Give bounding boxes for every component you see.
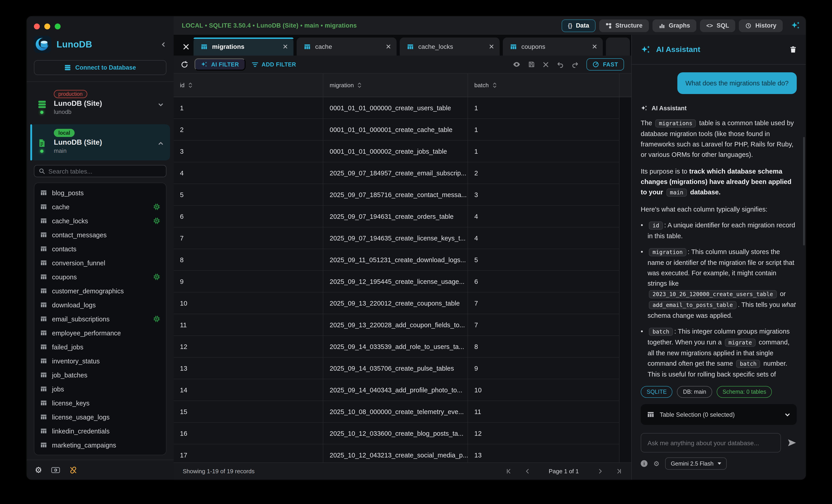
table-row[interactable]: 112025_09_13_220028_add_coupon_fields_to…	[174, 314, 631, 336]
cell-id[interactable]: 2	[174, 119, 323, 140]
cell-batch[interactable]: 11	[468, 401, 620, 423]
sidebar-table-item[interactable]: failed_jobs	[34, 340, 166, 354]
cell-batch[interactable]: 12	[468, 423, 620, 444]
cell-migration[interactable]: 2025_09_07_185716_create_contact_messa..…	[323, 184, 468, 206]
sidebar-table-item[interactable]: download_logs	[34, 298, 166, 312]
minimize-window-button[interactable]	[44, 24, 50, 29]
table-row[interactable]: 20001_01_01_000001_create_cache_table1	[174, 119, 631, 140]
cell-migration[interactable]: 2025_09_13_220028_add_coupon_fields_to..…	[323, 314, 468, 336]
cell-migration[interactable]: 2025_09_14_035706_create_pulse_tables	[323, 357, 468, 379]
cell-id[interactable]: 12	[174, 336, 323, 357]
cell-migration[interactable]: 0001_01_01_000001_create_cache_table	[323, 119, 468, 140]
cell-batch[interactable]: 6	[468, 271, 620, 292]
cell-migration[interactable]: 0001_01_01_000002_create_jobs_table	[323, 140, 468, 162]
sidebar-table-item[interactable]: job_batches	[34, 368, 166, 382]
sidebar-table-item[interactable]: cache	[34, 200, 166, 214]
partial-tab[interactable]	[606, 37, 630, 56]
tab-coupons[interactable]: coupons	[503, 37, 603, 56]
cell-migration[interactable]: 2025_09_07_194631_create_orders_table	[323, 206, 468, 228]
table-row[interactable]: 10001_01_01_000000_create_users_table1	[174, 97, 631, 119]
cell-batch[interactable]: 10	[468, 379, 620, 401]
appearance-icon[interactable]	[51, 467, 60, 473]
settings-gear-icon[interactable]: ⚙	[35, 466, 42, 474]
first-page-icon[interactable]	[505, 468, 512, 475]
close-all-tabs-icon[interactable]	[178, 37, 193, 56]
save-icon[interactable]	[528, 61, 535, 68]
cell-batch[interactable]: 7	[468, 292, 620, 314]
sort-icon[interactable]	[492, 82, 497, 88]
tab-sql[interactable]: <> SQL	[700, 19, 735, 32]
discard-x-icon[interactable]	[543, 61, 549, 68]
next-page-icon[interactable]	[597, 468, 604, 475]
cell-batch[interactable]: 5	[468, 249, 620, 271]
redo-icon[interactable]	[572, 61, 579, 68]
cell-migration[interactable]: 2025_09_13_220012_create_coupons_table	[323, 292, 468, 314]
cell-migration[interactable]: 2025_09_14_033539_add_role_to_users_ta..…	[323, 336, 468, 357]
sidebar-table-item[interactable]: coupons	[34, 270, 166, 284]
tab-structure[interactable]: Structure	[599, 19, 649, 32]
settings-gear-icon[interactable]: ⚙	[653, 460, 659, 467]
tab-migrations[interactable]: migrations	[193, 37, 293, 56]
cell-id[interactable]: 15	[174, 401, 323, 423]
close-window-button[interactable]	[34, 24, 40, 29]
chevron-up-icon[interactable]	[158, 140, 164, 147]
table-row[interactable]: 62025_09_07_194631_create_orders_table4	[174, 206, 631, 228]
tab-data[interactable]: {} Data	[562, 19, 596, 32]
sidebar-table-item[interactable]: contact_messages	[34, 228, 166, 242]
context-badge[interactable]: Schema: 0 tables	[717, 386, 772, 398]
sidebar-table-item[interactable]: conversion_funnel	[34, 256, 166, 270]
context-badge[interactable]: DB: main	[677, 386, 712, 398]
clear-chat-trash-icon[interactable]	[789, 46, 797, 53]
cell-batch[interactable]: 7	[468, 314, 620, 336]
cell-id[interactable]: 4	[174, 162, 323, 184]
info-icon[interactable]: i	[641, 460, 648, 467]
cell-migration[interactable]: 0001_01_01_000000_create_users_table	[323, 97, 468, 119]
cell-migration[interactable]: 2025_09_07_194635_create_license_keys_t.…	[323, 228, 468, 249]
chevron-down-icon[interactable]	[158, 102, 164, 108]
tab-cache[interactable]: cache	[296, 37, 396, 56]
add-filter-button[interactable]: ADD FILTER	[252, 61, 296, 68]
table-selection-dropdown[interactable]: Table Selection (0 selected)	[641, 404, 797, 425]
cell-id[interactable]: 3	[174, 140, 323, 162]
cell-id[interactable]: 5	[174, 184, 323, 206]
cell-batch[interactable]: 8	[468, 336, 620, 357]
cell-id[interactable]: 16	[174, 423, 323, 444]
cell-batch[interactable]: 4	[468, 206, 620, 228]
cell-id[interactable]: 10	[174, 292, 323, 314]
send-icon[interactable]	[787, 439, 797, 447]
table-row[interactable]: 72025_09_07_194635_create_license_keys_t…	[174, 228, 631, 249]
cell-migration[interactable]: 2025_10_12_043213_create_social_media_p.…	[323, 444, 468, 462]
cell-id[interactable]: 17	[174, 444, 323, 462]
ai-sparkles-icon[interactable]	[791, 21, 800, 30]
close-tab-icon[interactable]	[592, 44, 597, 49]
refresh-icon[interactable]	[181, 61, 188, 68]
table-row[interactable]: 122025_09_14_033539_add_role_to_users_ta…	[174, 336, 631, 357]
sidebar-table-item[interactable]: linkedin_credentials	[34, 424, 166, 438]
sidebar-table-item[interactable]: blog_posts	[34, 186, 166, 200]
cell-batch[interactable]: 1	[468, 119, 620, 140]
connect-to-database-button[interactable]: Connect to Database	[34, 60, 166, 75]
sidebar-table-item[interactable]: marketing_campaigns	[34, 438, 166, 452]
table-row[interactable]: 82025_09_11_051231_create_download_logs.…	[174, 249, 631, 271]
sidebar-table-item[interactable]: employee_performance	[34, 326, 166, 340]
cell-migration[interactable]: 2025_10_08_000000_create_telemetry_eve..…	[323, 401, 468, 423]
cell-batch[interactable]: 13	[468, 444, 620, 462]
cell-id[interactable]: 7	[174, 228, 323, 249]
cell-id[interactable]: 1	[174, 97, 323, 119]
table-row[interactable]: 52025_09_07_185716_create_contact_messa.…	[174, 184, 631, 206]
sidebar-collapse-icon[interactable]	[160, 42, 166, 47]
zoom-window-button[interactable]	[55, 24, 60, 29]
cell-migration[interactable]: 2025_09_11_051231_create_download_logs..…	[323, 249, 468, 271]
connection-item-production[interactable]: production LunoDB (Site) lunodb	[30, 85, 170, 122]
sidebar-table-item[interactable]: license_keys	[34, 396, 166, 410]
column-header-batch[interactable]: batch	[468, 74, 620, 97]
table-row[interactable]: 162025_10_12_033600_create_blog_posts_ta…	[174, 423, 631, 444]
cell-id[interactable]: 9	[174, 271, 323, 292]
cell-batch[interactable]: 1	[468, 140, 620, 162]
disconnect-unlink-icon[interactable]	[69, 466, 77, 474]
cell-id[interactable]: 6	[174, 206, 323, 228]
table-row[interactable]: 102025_09_13_220012_create_coupons_table…	[174, 292, 631, 314]
table-row[interactable]: 42025_09_07_184957_create_email_subscrip…	[174, 162, 631, 184]
column-header-migration[interactable]: migration	[323, 74, 468, 97]
last-page-icon[interactable]	[616, 468, 622, 475]
